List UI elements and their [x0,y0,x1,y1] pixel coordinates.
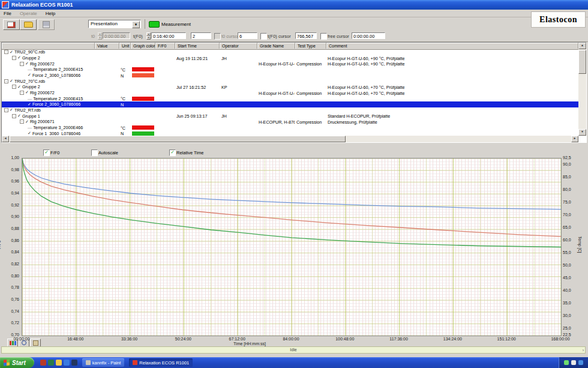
open-folder-icon [24,22,33,28]
comment-cell: H-Ecopur H-GT-U-60, +70 °C, Prüfplatte [328,85,577,90]
column-header[interactable]: Value [95,43,119,49]
table-row[interactable]: -✓TRU2_70°C.rdb [2,78,578,84]
y-axis-right-tick: 60,0 [563,238,580,242]
start-button[interactable]: Start [0,357,34,368]
table-row[interactable]: -✓Gruppe 1Jun 25 09:13:17JHStandard H-EC… [2,113,578,119]
table-row[interactable]: -✓Rig 2000671H-ECOPUR, H-8763-1Compressi… [2,119,578,125]
start-label: Start [12,360,26,366]
row-label: Force 2_3060_L0786066 [32,73,80,78]
quick-launch-icon[interactable] [40,360,46,366]
tf0-spinner[interactable]: ▲▼ [146,32,151,39]
print-report-button[interactable] [3,19,20,30]
expander-icon[interactable]: - [4,108,8,112]
row-label: Temperature 3_2000E466 [33,125,83,130]
t0-field[interactable]: 0:00:00.00 [103,32,130,39]
taskbar-task[interactable]: kannfix - Paint [82,358,125,367]
graph-checkbox-f-f0[interactable]: ✓ [43,149,50,156]
view-mode-select[interactable]: Presentation ▼ [88,20,141,28]
t0-spinner[interactable]: ▲▼ [98,32,102,39]
check-icon: ✓ [25,90,29,95]
comment-cell: Druckmessung, Prüfplatte [328,119,577,125]
column-header[interactable]: Graph color [131,43,155,49]
column-header[interactable]: Operator [220,43,257,49]
free-cursor-time-field[interactable]: 0:00:00.00 [352,32,385,39]
graph-checkbox-relative-time[interactable]: ✓ [169,149,176,156]
y-axis-left-tick: 0,86 [4,238,19,243]
menu-operate[interactable]: Operate [20,11,37,16]
expander-icon[interactable]: - [4,79,8,83]
scroll-up-icon[interactable]: ▲ [578,43,586,49]
save-button[interactable] [38,19,55,30]
table-row[interactable]: -✓TRU2_90°C.rdb [2,49,578,55]
expander-icon[interactable]: - [20,91,24,95]
tf0-cursor-index-field[interactable]: 6 [238,32,257,39]
column-header[interactable]: Start Time [175,43,220,49]
y-axis-left-tick: 0,74 [4,309,19,313]
tf0-field[interactable]: 0:16:40:00 [151,32,186,39]
menu-help[interactable]: Help [46,11,55,16]
tf0-cursor-checkbox[interactable] [260,33,267,40]
row-label: Rig 2000672 [30,90,55,95]
check-icon: ✓ [10,107,13,112]
vscroll-thumb[interactable] [578,50,586,74]
y-axis-right-tick: 92,5 [563,155,580,160]
graph-checkbox-autoscale[interactable] [91,149,98,156]
column-header[interactable] [2,43,95,49]
column-header[interactable]: Grade Name [257,43,295,49]
table-row[interactable]: —Temperature 3_2000E466°C [2,125,578,131]
table-vertical-scrollbar[interactable]: ▲ ▼ [578,43,586,136]
quick-launch-icon[interactable] [56,360,62,366]
expander-icon[interactable]: - [12,114,16,118]
table-row[interactable]: -✓Gruppe 2Aug 19 11:26:21JHH-Ecopur H-GT… [2,55,578,61]
t0-cursor-index-field[interactable]: 2 [191,32,211,39]
table-row[interactable]: —Temperature 2_2000E415°C [2,95,578,101]
chevron-down-icon[interactable]: ▼ [132,21,140,28]
tray-icon[interactable] [571,360,576,365]
check-icon: ✓ [10,79,13,83]
free-cursor-label: free cursor [328,34,349,39]
table-row[interactable]: ✓Force 2_3060_L0786066N [2,73,578,79]
f0-value-field[interactable]: 766,567 [295,32,317,39]
y-axis-right-tick: 55,0 [563,250,580,255]
expander-icon[interactable]: - [12,56,16,60]
plot-area[interactable] [22,158,562,336]
system-tray [559,357,588,368]
menu-file[interactable]: File [4,11,11,16]
y-axis-right-tick: 80,0 [563,187,580,192]
toolbar: Presentation ▼ Measurement Elastocon [0,18,588,31]
expander-icon[interactable]: - [4,50,8,54]
check-icon: ✓ [17,113,21,118]
quick-launch-icon[interactable] [48,360,54,366]
quick-launch [40,360,77,366]
tray-icon[interactable] [578,360,583,365]
t0-cursor-checkbox[interactable] [214,33,221,40]
hscroll-thumb[interactable] [10,136,346,142]
expander-icon[interactable]: - [20,62,24,66]
column-header[interactable]: Test Type [295,43,326,49]
quick-launch-icon[interactable] [71,360,77,366]
y-axis-right-tick: 90,0 [563,162,580,166]
column-header[interactable]: Unit [119,43,131,49]
strip-scroll-arrow-icon[interactable]: › [583,348,584,354]
scroll-left-icon[interactable]: ◄ [2,136,9,142]
expander-icon[interactable]: - [20,119,24,124]
quick-launch-icon[interactable] [64,360,70,366]
table-row[interactable]: -✓TRU2_RT.rdb [2,107,578,113]
free-cursor-checkbox[interactable] [320,33,327,40]
table-row[interactable]: -✓Gruppe 2Jul 27 16:21:52KPH-Ecopur H-GT… [2,84,578,90]
tray-icon[interactable] [564,360,569,365]
column-header[interactable]: Comment [326,43,578,49]
app-icon [2,1,9,8]
scroll-down-icon[interactable]: ▼ [578,129,586,136]
expander-icon[interactable]: - [12,85,16,89]
open-file-button[interactable] [20,19,37,30]
table-horizontal-scrollbar[interactable]: ◄ ► [2,136,578,142]
table-row[interactable]: ✓Force 2_3060_L0786066N [2,101,578,107]
table-row[interactable]: -✓Rig 2000672H-Ecopur H-GT-U-60Compressi… [2,90,578,96]
table-row[interactable]: -✓Rig 2000672H-Ecopur H-GT-U-60Compressi… [2,61,578,67]
unit-cell: N [121,102,130,107]
column-header[interactable]: F/F0 [155,43,175,49]
scroll-right-icon[interactable]: ► [571,136,578,142]
table-row[interactable]: —Temperature 2_2000E415°C [2,67,578,73]
taskbar-task[interactable]: Relaxation ECOS R1001 [129,358,193,367]
